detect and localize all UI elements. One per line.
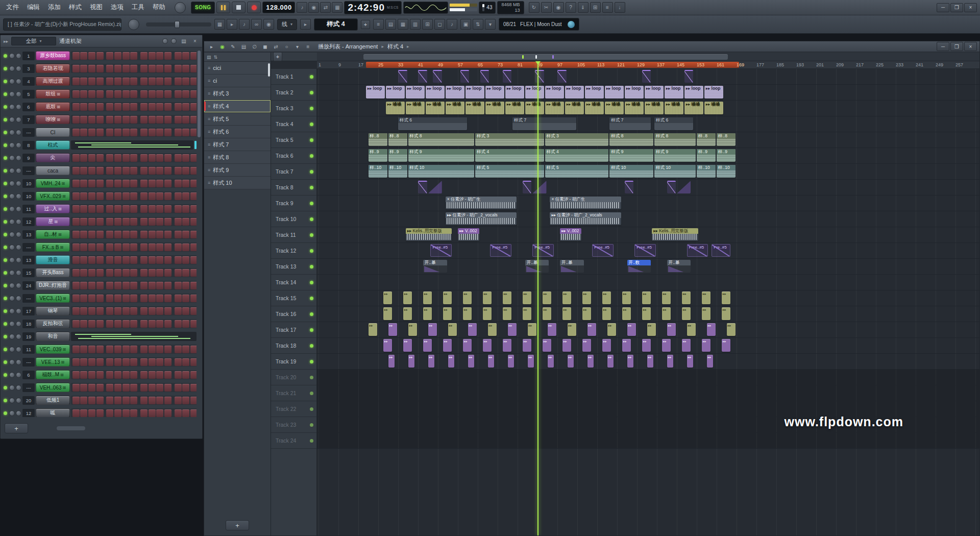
step-cell[interactable] — [164, 320, 172, 328]
minimize-button[interactable]: ─ — [937, 3, 949, 12]
track-mute-led[interactable] — [310, 265, 313, 269]
playlist-clip[interactable] — [483, 339, 492, 352]
track-header[interactable]: Track 21 — [271, 385, 316, 401]
track-mute-led[interactable] — [310, 138, 313, 142]
step-cell[interactable] — [80, 65, 87, 72]
step-cell[interactable] — [140, 65, 148, 72]
channel-button[interactable]: 福鼓..M⊞ — [36, 370, 70, 379]
step-cell[interactable] — [149, 269, 156, 277]
step-cell[interactable] — [106, 90, 113, 98]
playlist-clip[interactable]: ▸▸ 嗓嗓 — [684, 102, 703, 114]
step-cell[interactable] — [80, 384, 87, 392]
step-cell[interactable] — [106, 269, 113, 277]
track-mute-led[interactable] — [310, 186, 313, 189]
step-cell[interactable] — [106, 103, 113, 111]
playlist-clip[interactable] — [428, 355, 435, 368]
playlist-clip[interactable] — [568, 323, 577, 336]
playlist-clip[interactable] — [383, 291, 393, 304]
step-cell[interactable] — [114, 78, 121, 85]
step-cell[interactable] — [80, 346, 87, 353]
playlist-clip[interactable]: ▸▸ loop — [625, 86, 644, 99]
playlist-clip[interactable]: ▸▸ 嗓嗓 — [525, 102, 544, 114]
step-cell[interactable] — [164, 180, 172, 187]
playlist-clip[interactable] — [722, 291, 731, 304]
step-cell[interactable] — [164, 78, 172, 85]
channel-pan-knob[interactable] — [9, 66, 15, 71]
playlist-clip[interactable] — [582, 291, 592, 304]
playlist-clip[interactable] — [503, 307, 512, 320]
track-mute-led[interactable] — [310, 376, 313, 379]
step-cell[interactable] — [88, 154, 95, 162]
step-cell[interactable] — [122, 167, 130, 175]
step-cell[interactable] — [164, 65, 172, 72]
playlist-clip[interactable] — [523, 291, 532, 304]
playlist-clip[interactable] — [662, 291, 671, 304]
playhead-marker-icon[interactable] — [535, 61, 541, 67]
playlist-clip[interactable] — [398, 70, 407, 83]
step-cell[interactable] — [190, 409, 197, 417]
step-cell[interactable] — [156, 384, 163, 392]
step-cell[interactable] — [80, 90, 87, 98]
track-header[interactable]: Track 24 — [271, 433, 316, 449]
channel-enable-led[interactable] — [4, 207, 7, 211]
step-cell[interactable] — [122, 78, 130, 85]
channel-button[interactable]: 反拍和弦 — [36, 319, 70, 328]
timeline-overview-strip[interactable] — [317, 53, 979, 61]
step-cell[interactable] — [175, 52, 182, 60]
playlist-lane[interactable] — [317, 385, 979, 401]
step-cell[interactable] — [190, 256, 197, 264]
step-cell[interactable] — [88, 90, 95, 98]
playlist-clip[interactable]: 样..8 — [717, 133, 736, 146]
step-cell[interactable] — [72, 384, 80, 392]
playlist-clip[interactable] — [707, 323, 716, 336]
step-cell[interactable] — [190, 346, 197, 353]
playlist-clip[interactable] — [448, 355, 455, 368]
channel-volume-knob[interactable] — [16, 347, 21, 352]
playlist-clip[interactable] — [388, 355, 395, 368]
playlist-clip[interactable]: 样式 4 — [475, 149, 544, 162]
playlist-clip[interactable]: 样..9 — [697, 149, 716, 162]
menu-item[interactable]: 视图 — [86, 1, 107, 14]
playlist-lane[interactable] — [317, 275, 979, 290]
step-cell[interactable] — [80, 192, 87, 200]
step-cell[interactable] — [88, 116, 95, 124]
playlist-clip[interactable]: 开..暴 — [667, 260, 691, 273]
step-cell[interactable] — [106, 52, 113, 60]
step-cell[interactable] — [175, 192, 182, 200]
step-cell[interactable] — [175, 231, 182, 238]
playlist-clip[interactable]: 样..10 — [717, 165, 736, 178]
step-cell[interactable] — [106, 167, 113, 175]
playlist-clip[interactable]: 样式 4 — [545, 149, 609, 162]
step-cell[interactable] — [114, 205, 121, 213]
wait-for-input-icon[interactable]: ⇄ — [320, 2, 331, 13]
playlist-clip[interactable]: ▸▸ V..002 — [560, 228, 581, 241]
channel-pan-knob[interactable] — [9, 308, 15, 314]
playlist-clip[interactable] — [428, 323, 437, 336]
channel-enable-led[interactable] — [4, 348, 7, 351]
rack-vertical-scrollbar[interactable] — [198, 51, 201, 137]
step-cell[interactable] — [156, 256, 163, 264]
step-cell[interactable] — [114, 269, 121, 277]
track-header[interactable]: Track 18 — [271, 338, 316, 354]
channel-button[interactable]: 底鼓⊞ — [36, 102, 70, 111]
playlist-clip[interactable] — [642, 307, 651, 320]
playlist-clip[interactable] — [625, 181, 634, 193]
step-cell[interactable] — [106, 346, 113, 353]
playlist-clip[interactable]: ▸▸ Kelis..用完整版 — [406, 228, 452, 241]
channel-enable-led[interactable] — [4, 411, 7, 415]
playlist-clip[interactable] — [677, 181, 691, 193]
playlist-clip[interactable]: 样..9 — [388, 149, 407, 162]
channel-pan-knob[interactable] — [9, 359, 15, 365]
playlist-clip[interactable] — [607, 323, 617, 336]
channel-volume-knob[interactable] — [16, 270, 21, 276]
step-cell[interactable] — [106, 116, 113, 124]
step-cell[interactable] — [96, 346, 104, 353]
step-cell[interactable] — [80, 269, 87, 277]
channel-volume-knob[interactable] — [16, 321, 21, 327]
step-cell[interactable] — [140, 218, 148, 226]
channel-button[interactable]: CI — [36, 128, 70, 137]
channel-button[interactable]: 和音 — [36, 332, 70, 341]
step-cell[interactable] — [80, 231, 87, 238]
playlist-clip[interactable] — [443, 339, 452, 352]
playlist-clip[interactable]: ▸▸ 嗓嗓 — [545, 102, 564, 114]
